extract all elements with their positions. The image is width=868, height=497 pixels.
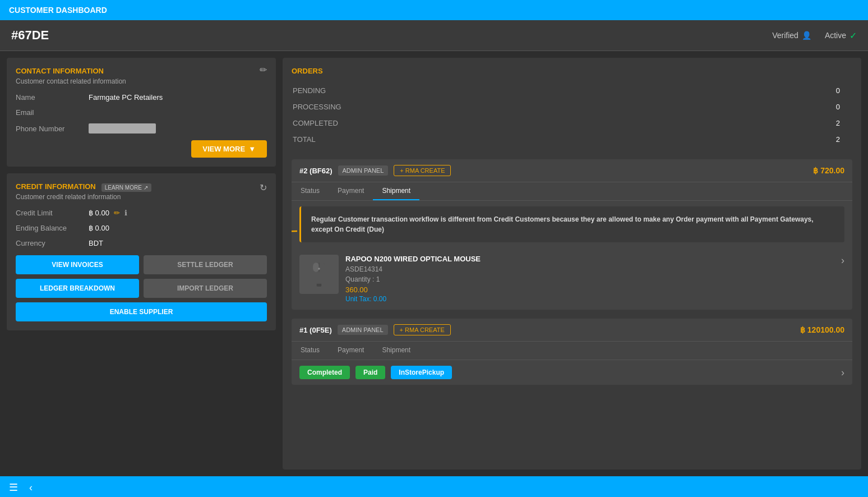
processing-value: 0: [718, 99, 851, 114]
status-badge-completed: Completed: [299, 366, 350, 379]
order-pending-row: PENDING 0: [293, 83, 851, 98]
bottom-bar: ☰ ‹: [0, 476, 868, 497]
currency-row: Currency BDT: [16, 239, 267, 247]
processing-label: PROCESSING: [293, 99, 717, 114]
tab-status-2[interactable]: Status: [292, 342, 329, 360]
credit-limit-row: Credit Limit ฿ 0.00 ✏ ℹ: [16, 209, 267, 217]
rma-create-btn-2[interactable]: + RMA CREATE: [394, 324, 451, 335]
completed-value: 2: [718, 116, 851, 131]
rma-create-btn-1[interactable]: + RMA CREATE: [394, 165, 451, 176]
order-id-1: #2 (BF62): [299, 167, 333, 175]
tab-payment-2[interactable]: Payment: [329, 342, 373, 360]
order-expand-icon-1[interactable]: ›: [841, 255, 844, 266]
admin-panel-btn-1[interactable]: ADMIN PANEL: [338, 165, 389, 176]
svg-point-5: [318, 268, 320, 269]
settle-ledger-button[interactable]: SETTLE LEDGER: [144, 255, 267, 274]
product-sku-1: ASDE14314: [345, 265, 834, 273]
credit-edit-icon[interactable]: ✏: [114, 209, 120, 217]
contact-edit-icon[interactable]: ✏: [260, 65, 267, 75]
order-header-1: #2 (BF62) ADMIN PANEL + RMA CREATE ฿ 720…: [292, 159, 852, 182]
product-name-1: RAPOO N200 WIRED OPTICAL MOUSE: [345, 255, 834, 263]
credit-header-row: CREDIT INFORMATION LEARN MORE ↗: [16, 182, 151, 193]
currency-value: BDT: [89, 239, 103, 247]
phone-label: Phone Number: [16, 125, 89, 133]
email-row: Email: [16, 108, 267, 117]
orders-title: ORDERS: [292, 67, 852, 75]
left-panel: CONTACT INFORMATION Customer contact rel…: [7, 58, 276, 470]
view-more-button[interactable]: VIEW MORE ▼: [191, 140, 267, 158]
learn-more-button[interactable]: LEARN MORE ↗: [101, 183, 151, 192]
order-tabs-1: Status Payment Shipment: [292, 182, 852, 201]
pending-label: PENDING: [293, 83, 717, 98]
ending-balance-value: ฿ 0.00: [89, 224, 109, 232]
svg-rect-3: [319, 263, 325, 272]
ending-balance-label: Ending Balance: [16, 224, 89, 232]
phone-row: Phone Number: [16, 123, 267, 134]
order-total-1: ฿ 720.00: [813, 166, 844, 175]
menu-icon[interactable]: ☰: [9, 481, 18, 494]
active-check-icon: ✓: [849, 30, 857, 41]
tab-status-1[interactable]: Status: [292, 182, 329, 200]
order-header-2: #1 (0F5E) ADMIN PANEL + RMA CREATE ฿ 120…: [292, 319, 852, 342]
product-info-1: RAPOO N200 WIRED OPTICAL MOUSE ASDE14314…: [345, 255, 834, 303]
product-image-1: [305, 260, 333, 288]
tooltip-box-1: Regular Customer transaction workflow is…: [299, 206, 844, 242]
orders-table: PENDING 0 PROCESSING 0 COMPLETED 2 TOTAL…: [292, 82, 852, 148]
svg-rect-6: [316, 279, 322, 283]
order-item-row-1: RAPOO N200 WIRED OPTICAL MOUSE ASDE14314…: [292, 248, 852, 310]
admin-panel-btn-2[interactable]: ADMIN PANEL: [338, 325, 388, 335]
credit-limit-value: ฿ 0.00: [89, 209, 109, 217]
ending-balance-row: Ending Balance ฿ 0.00: [16, 224, 267, 232]
verified-icon: 👤: [802, 31, 811, 40]
header-right: Verified 👤 Active ✓: [772, 30, 857, 41]
contact-info-subtitle: Customer contact related information: [16, 77, 126, 85]
pending-value: 0: [718, 83, 851, 98]
view-invoices-button[interactable]: VIEW INVOICES: [16, 255, 139, 274]
header-bar: #67DE Verified 👤 Active ✓: [0, 20, 868, 51]
order-processing-row: PROCESSING 0: [293, 99, 851, 114]
name-label: Name: [16, 93, 89, 102]
svg-rect-2: [313, 263, 319, 272]
product-thumb-1: [299, 255, 339, 294]
svg-rect-7: [317, 284, 321, 287]
phone-blur: [89, 123, 156, 134]
tab-shipment-2[interactable]: Shipment: [373, 342, 419, 360]
name-row: Name Farmgate PC Retailers: [16, 93, 267, 102]
status-badge-paid: Paid: [355, 366, 385, 379]
verified-label: Verified: [772, 31, 798, 40]
credit-limit-label: Credit Limit: [16, 209, 89, 217]
active-badge: Active ✓: [825, 30, 857, 41]
credit-info-title: CREDIT INFORMATION: [16, 182, 96, 191]
tab-payment-1[interactable]: Payment: [329, 182, 373, 200]
currency-label: Currency: [16, 239, 89, 247]
product-price-1: 360.00: [345, 286, 834, 294]
top-bar: CUSTOMER DASHBOARD: [0, 0, 868, 20]
status-row-2: Completed Paid InStorePickup ›: [292, 360, 852, 385]
order-tabs-2: Status Payment Shipment: [292, 342, 852, 360]
contact-info-card: CONTACT INFORMATION Customer contact rel…: [7, 58, 276, 167]
verified-badge: Verified 👤: [772, 31, 811, 40]
import-ledger-button[interactable]: IMPORT LEDGER: [144, 279, 267, 298]
main-content: CONTACT INFORMATION Customer contact rel…: [0, 51, 868, 476]
info-icon[interactable]: ℹ: [124, 209, 127, 217]
right-panel: ORDERS PENDING 0 PROCESSING 0 COMPLETED …: [283, 58, 861, 470]
credit-info-card: CREDIT INFORMATION LEARN MORE ↗ ↻ Custom…: [7, 173, 276, 330]
total-label: TOTAL: [293, 132, 717, 147]
back-icon[interactable]: ‹: [29, 482, 33, 494]
ledger-breakdown-button[interactable]: LEDGER BREAKDOWN: [16, 279, 139, 298]
enable-supplier-button[interactable]: ENABLE SUPPLIER: [16, 302, 267, 321]
order-total-row: TOTAL 2: [293, 132, 851, 147]
tab-shipment-1[interactable]: Shipment: [373, 182, 419, 200]
credit-buttons: VIEW INVOICES SETTLE LEDGER LEDGER BREAK…: [16, 255, 267, 321]
credit-info-subtitle: Customer credit related information: [16, 193, 267, 201]
order-completed-row: COMPLETED 2: [293, 116, 851, 131]
order-expand-icon-2[interactable]: ›: [841, 367, 844, 379]
refresh-icon[interactable]: ↻: [260, 182, 267, 193]
customer-id: #67DE: [11, 28, 49, 43]
email-label: Email: [16, 108, 89, 117]
order-block-1: #2 (BF62) ADMIN PANEL + RMA CREATE ฿ 720…: [292, 159, 852, 310]
chevron-down-icon: ▼: [248, 145, 256, 153]
order-id-2: #1 (0F5E): [299, 326, 332, 334]
top-bar-title: CUSTOMER DASHBOARD: [9, 6, 107, 15]
order-total-2: ฿ 120100.00: [800, 325, 844, 334]
